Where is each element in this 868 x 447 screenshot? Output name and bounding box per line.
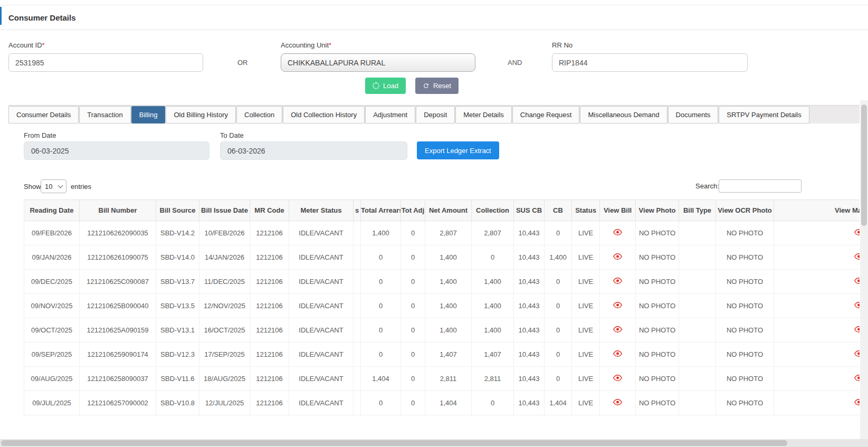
column-header-sus-cb[interactable]: SUS CB (514, 200, 545, 221)
column-header-view-ocr-photo[interactable]: View OCR Photo (716, 200, 774, 221)
column-header-net-amount[interactable]: Net Amount (425, 200, 472, 221)
tab-change-request[interactable]: Change Request (512, 106, 580, 123)
table-cell: 1212106 (250, 343, 289, 367)
eye-icon[interactable] (613, 350, 622, 357)
table-cell (679, 367, 716, 391)
column-header-meter-status[interactable]: Meter Status (289, 200, 354, 221)
rr-no-input[interactable] (552, 53, 748, 72)
eye-icon[interactable] (854, 229, 860, 235)
load-button[interactable]: Load (365, 78, 406, 94)
table-cell: 10,443 (514, 221, 545, 245)
tab-adjustment[interactable]: Adjustment (365, 106, 415, 123)
eye-icon[interactable] (613, 326, 622, 332)
table-cell: 1212106 (250, 270, 289, 294)
accounting-unit-value: CHIKKABALLAPURA RURAL (288, 59, 385, 67)
eye-icon[interactable] (854, 350, 860, 357)
table-row: 09/AUG/20251212106258090037SBD-V11.618/A… (24, 367, 860, 391)
tab-collection[interactable]: Collection (236, 106, 282, 123)
eye-icon[interactable] (854, 302, 860, 308)
column-header-bill-issue-date[interactable]: Bill Issue Date (199, 200, 250, 221)
tab-transaction[interactable]: Transaction (79, 106, 130, 123)
eye-icon[interactable] (613, 399, 622, 405)
horizontal-scrollbar[interactable] (0, 439, 868, 447)
from-date-input[interactable]: 06-03-2025 (24, 141, 209, 160)
eye-icon[interactable] (613, 302, 622, 308)
search-input[interactable] (719, 179, 802, 193)
table-cell: 0 (401, 367, 425, 391)
column-header-view-photo[interactable]: View Photo (636, 200, 679, 221)
table-cell (600, 318, 636, 343)
or-label: OR (237, 59, 248, 66)
table-cell (600, 391, 636, 415)
column-header-reading-date[interactable]: Reading Date (24, 200, 80, 221)
column-header-status[interactable]: Status (572, 200, 600, 221)
column-header-cb[interactable]: CB (545, 200, 572, 221)
column-header-view-map[interactable]: View Map (774, 200, 860, 221)
consumer-details-screen: Consumer Details Account ID* OR Accounti… (0, 0, 868, 447)
table-cell: 0 (545, 294, 572, 318)
eye-icon[interactable] (613, 278, 622, 284)
table-cell (600, 343, 636, 367)
table-row: 09/JAN/20261212106261090075SBD-V14.014/J… (24, 245, 860, 270)
eye-icon[interactable] (613, 375, 622, 381)
table-cell: 16/OCT/2025 (199, 318, 250, 343)
eye-icon[interactable] (613, 229, 622, 235)
table-header-row: Reading DateBill NumberBill SourceBill I… (24, 200, 860, 221)
page-size-select[interactable]: 10 (41, 179, 66, 193)
table-cell: 0 (361, 294, 401, 318)
vertical-scrollbar[interactable] (860, 100, 868, 439)
column-header-total-arrears[interactable]: Total Arrears (361, 200, 401, 221)
vertical-scrollbar-thumb[interactable] (861, 104, 867, 226)
entries-label: entries (71, 183, 91, 191)
eye-icon[interactable] (854, 278, 860, 284)
column-header-s[interactable]: s (354, 200, 361, 221)
required-asterisk: * (42, 41, 45, 49)
table-cell (600, 294, 636, 318)
tab-old-billing-history[interactable]: Old Billing History (166, 106, 236, 123)
table-cell (354, 221, 361, 245)
column-header-bill-number[interactable]: Bill Number (80, 200, 156, 221)
column-header-tot-adj[interactable]: Tot Adj (401, 200, 425, 221)
billing-table: Reading DateBill NumberBill SourceBill I… (24, 199, 860, 415)
accounting-unit-label: Accounting Unit* (281, 41, 475, 49)
table-cell: NO PHOTO (636, 367, 679, 391)
table-cell: 10/FEB/2026 (199, 221, 250, 245)
eye-icon[interactable] (613, 253, 622, 260)
tab-old-collection-history[interactable]: Old Collection History (283, 106, 365, 123)
column-header-bill-source[interactable]: Bill Source (156, 200, 199, 221)
table-cell (354, 318, 361, 343)
tab-miscellaneous-demand[interactable]: Miscellaneous Demand (580, 106, 667, 123)
table-cell: 0 (401, 270, 425, 294)
tab-billing[interactable]: Billing (131, 106, 166, 123)
account-id-input[interactable] (8, 53, 203, 72)
loading-spinner-icon (373, 82, 379, 89)
column-header-mr-code[interactable]: MR Code (250, 200, 289, 221)
table-cell (774, 367, 860, 391)
eye-icon[interactable] (854, 375, 860, 381)
tab-srtpv-payment-details[interactable]: SRTPV Payment Details (719, 106, 809, 123)
reset-button[interactable]: Reset (415, 78, 459, 94)
export-ledger-extract-button[interactable]: Export Ledger Extract (417, 141, 499, 159)
table-cell: 1,400 (361, 221, 401, 245)
eye-icon[interactable] (854, 326, 860, 332)
table-cell: NO PHOTO (636, 343, 679, 367)
tab-documents[interactable]: Documents (668, 106, 719, 123)
table-cell: 0 (361, 343, 401, 367)
table-cell: 0 (401, 343, 425, 367)
eye-icon[interactable] (854, 399, 860, 405)
table-cell: 1212106 (250, 367, 289, 391)
to-date-input[interactable]: 06-03-2026 (220, 141, 407, 160)
column-header-view-bill[interactable]: View Bill (600, 200, 636, 221)
table-cell (679, 391, 716, 415)
show-label: Show (24, 183, 41, 191)
account-id-label: Account ID* (8, 41, 203, 49)
tab-deposit[interactable]: Deposit (416, 106, 455, 123)
table-cell: 1,400 (472, 294, 514, 318)
tab-meter-details[interactable]: Meter Details (455, 106, 512, 123)
accounting-unit-select[interactable]: CHIKKABALLAPURA RURAL (281, 53, 475, 72)
column-header-bill-type[interactable]: Bill Type (679, 200, 716, 221)
horizontal-scrollbar-thumb[interactable] (1, 440, 787, 446)
eye-icon[interactable] (854, 253, 860, 260)
column-header-collection[interactable]: Collection (472, 200, 514, 221)
tab-consumer-details[interactable]: Consumer Details (8, 106, 79, 123)
